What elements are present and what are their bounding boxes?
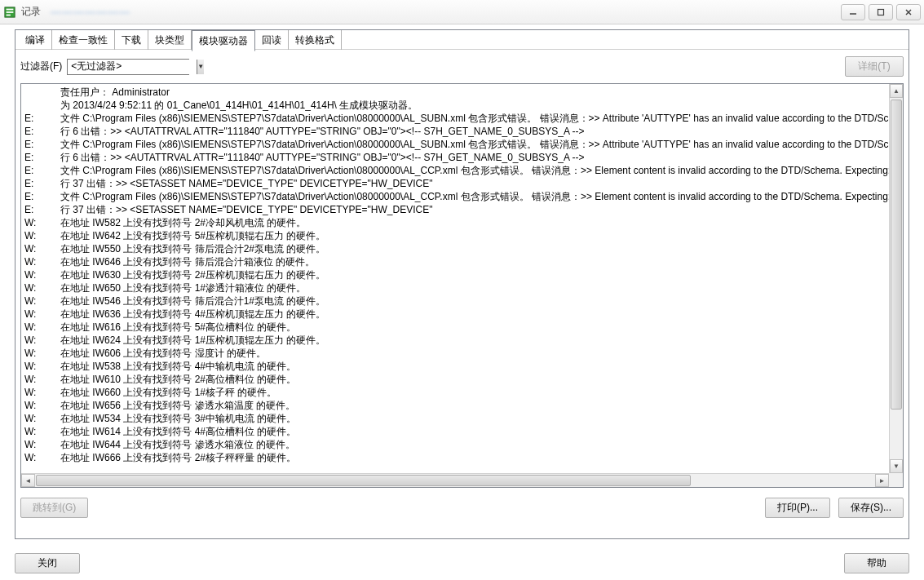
- tab-6[interactable]: 转换格式: [289, 30, 342, 50]
- window: 记录 ——————— 编译检查一致性下载块类型模块驱动器回读转换格式 过滤器(F…: [0, 0, 924, 580]
- log-prefix: W:: [24, 255, 60, 268]
- log-text: 文件 C:\Program Files (x86)\SIEMENS\STEP7\…: [60, 190, 889, 203]
- log-area: 责任用户： Administrator为 2013/4/24 9:52:11 的…: [20, 83, 904, 488]
- log-text: 在地址 IW550 上没有找到符号 筛后混合汁2#泵电流 的硬件。: [60, 242, 886, 255]
- log-text: 在地址 IW624 上没有找到符号 1#压榨机顶辊左压力 的硬件。: [60, 334, 886, 347]
- log-prefix: W:: [24, 438, 60, 451]
- filter-combo[interactable]: ▼: [67, 59, 189, 75]
- log-line[interactable]: E: 行 6 出错：>> <AUTATTRVAL ATTR="111840" A…: [24, 151, 886, 164]
- filter-row: 过滤器(F) ▼ 详细(T): [15, 50, 909, 83]
- log-prefix: W:: [24, 294, 60, 308]
- log-prefix: [24, 99, 60, 112]
- filter-dropdown-button[interactable]: ▼: [197, 60, 204, 74]
- hscroll-thumb[interactable]: [36, 475, 691, 486]
- log-line[interactable]: W: 在地址 IW656 上没有找到符号 渗透水箱温度 的硬件。: [24, 399, 886, 412]
- log-line[interactable]: E: 行 37 出错：>> <SETASSET NAME="DEVICE_TYP…: [24, 203, 886, 216]
- log-line[interactable]: W: 在地址 IW546 上没有找到符号 筛后混合汁1#泵电流 的硬件。: [24, 294, 886, 308]
- log-prefix: W:: [24, 321, 60, 334]
- log-line[interactable]: W: 在地址 IW582 上没有找到符号 2#冷却风机电流 的硬件。: [24, 216, 886, 229]
- log-text: 在地址 IW636 上没有找到符号 4#压榨机顶辊左压力 的硬件。: [60, 308, 886, 321]
- log-line[interactable]: E: 行 6 出错：>> <AUTATTRVAL ATTR="111840" A…: [24, 125, 886, 138]
- tab-2[interactable]: 下载: [115, 30, 148, 50]
- details-button[interactable]: 详细(T): [845, 56, 904, 77]
- log-line[interactable]: 为 2013/4/24 9:52:11 的 01_Cane\01_414H\01…: [24, 99, 886, 112]
- log-line[interactable]: W: 在地址 IW644 上没有找到符号 渗透水箱液位 的硬件。: [24, 438, 886, 451]
- jump-button[interactable]: 跳转到(G): [20, 498, 88, 518]
- print-button[interactable]: 打印(P)...: [765, 498, 830, 518]
- log-prefix: W:: [24, 386, 60, 399]
- close-button[interactable]: [896, 4, 921, 20]
- log-body[interactable]: 责任用户： Administrator为 2013/4/24 9:52:11 的…: [21, 84, 889, 473]
- log-text: 行 37 出错：>> <SETASSET NAME="DEVICE_TYPE" …: [60, 203, 886, 216]
- log-line[interactable]: W: 在地址 IW538 上没有找到符号 4#中输机电流 的硬件。: [24, 360, 886, 373]
- log-prefix: E:: [24, 125, 60, 138]
- log-line[interactable]: W: 在地址 IW650 上没有找到符号 1#渗透汁箱液位 的硬件。: [24, 281, 886, 294]
- tab-3[interactable]: 块类型: [148, 30, 192, 50]
- minimize-button[interactable]: [841, 4, 865, 20]
- log-text: 行 6 出错：>> <AUTATTRVAL ATTR="111840" AUTT…: [60, 125, 886, 138]
- log-prefix: W:: [24, 412, 60, 425]
- hscroll-track[interactable]: [35, 474, 875, 487]
- log-prefix: W:: [24, 399, 60, 412]
- log-prefix: W:: [24, 242, 60, 255]
- log-line[interactable]: 责任用户： Administrator: [24, 86, 886, 99]
- scroll-right-arrow[interactable]: ►: [875, 474, 889, 487]
- help-button[interactable]: 帮助: [844, 553, 909, 573]
- log-prefix: W:: [24, 360, 60, 373]
- tab-5[interactable]: 回读: [255, 30, 289, 50]
- action-row: 跳转到(G) 打印(P)... 保存(S)...: [15, 493, 909, 523]
- log-line[interactable]: W: 在地址 IW642 上没有找到符号 5#压榨机顶辊右压力 的硬件。: [24, 229, 886, 242]
- log-line[interactable]: W: 在地址 IW636 上没有找到符号 4#压榨机顶辊左压力 的硬件。: [24, 308, 886, 321]
- log-prefix: E:: [24, 112, 60, 125]
- log-line[interactable]: W: 在地址 IW550 上没有找到符号 筛后混合汁2#泵电流 的硬件。: [24, 242, 886, 255]
- window-title: 记录: [21, 5, 41, 19]
- scroll-left-arrow[interactable]: ◄: [21, 474, 35, 487]
- horizontal-scrollbar[interactable]: ◄ ►: [21, 473, 889, 487]
- log-line[interactable]: E: 文件 C:\Program Files (x86)\SIEMENS\STE…: [24, 190, 886, 203]
- tab-0[interactable]: 编译: [19, 30, 52, 50]
- log-prefix: W:: [24, 229, 60, 242]
- log-text: 在地址 IW616 上没有找到符号 5#高位槽料位 的硬件。: [60, 321, 886, 334]
- log-line[interactable]: W: 在地址 IW630 上没有找到符号 2#压榨机顶辊右压力 的硬件。: [24, 268, 886, 281]
- log-line[interactable]: E: 文件 C:\Program Files (x86)\SIEMENS\STE…: [24, 112, 886, 125]
- log-text: 在地址 IW546 上没有找到符号 筛后混合汁1#泵电流 的硬件。: [60, 294, 886, 308]
- tab-1[interactable]: 检查一致性: [52, 30, 115, 50]
- log-line[interactable]: W: 在地址 IW534 上没有找到符号 3#中输机电流 的硬件。: [24, 412, 886, 425]
- maximize-button[interactable]: [869, 4, 893, 20]
- log-line[interactable]: W: 在地址 IW646 上没有找到符号 筛后混合汁箱液位 的硬件。: [24, 255, 886, 268]
- log-text: 在地址 IW646 上没有找到符号 筛后混合汁箱液位 的硬件。: [60, 255, 886, 268]
- log-line[interactable]: W: 在地址 IW616 上没有找到符号 5#高位槽料位 的硬件。: [24, 321, 886, 334]
- log-text: 在地址 IW650 上没有找到符号 1#渗透汁箱液位 的硬件。: [60, 281, 886, 294]
- titlebar: 记录 ———————: [0, 0, 924, 24]
- log-text: 在地址 IW534 上没有找到符号 3#中输机电流 的硬件。: [60, 412, 886, 425]
- log-line[interactable]: W: 在地址 IW606 上没有找到符号 湿度计 的硬件。: [24, 347, 886, 360]
- log-line[interactable]: E: 文件 C:\Program Files (x86)\SIEMENS\STE…: [24, 138, 886, 151]
- log-line[interactable]: E: 文件 C:\Program Files (x86)\SIEMENS\STE…: [24, 164, 886, 177]
- log-line[interactable]: W: 在地址 IW610 上没有找到符号 2#高位槽料位 的硬件。: [24, 373, 886, 386]
- app-icon: [3, 6, 16, 19]
- log-text: 在地址 IW666 上没有找到符号 2#核子秤秤量 的硬件。: [60, 451, 886, 464]
- vscroll-thumb[interactable]: [891, 100, 902, 410]
- log-text: 文件 C:\Program Files (x86)\SIEMENS\STEP7\…: [60, 112, 889, 125]
- vertical-scrollbar[interactable]: ▲ ▼: [889, 84, 903, 473]
- log-line[interactable]: W: 在地址 IW624 上没有找到符号 1#压榨机顶辊左压力 的硬件。: [24, 334, 886, 347]
- scroll-down-arrow[interactable]: ▼: [890, 459, 903, 473]
- log-line[interactable]: W: 在地址 IW666 上没有找到符号 2#核子秤秤量 的硬件。: [24, 451, 886, 464]
- log-line[interactable]: W: 在地址 IW660 上没有找到符号 1#核子秤 的硬件。: [24, 386, 886, 399]
- log-text: 在地址 IW656 上没有找到符号 渗透水箱温度 的硬件。: [60, 399, 886, 412]
- scroll-up-arrow[interactable]: ▲: [890, 84, 903, 98]
- log-text: 文件 C:\Program Files (x86)\SIEMENS\STEP7\…: [60, 138, 889, 151]
- footer: 关闭 帮助: [15, 553, 909, 573]
- log-line[interactable]: W: 在地址 IW614 上没有找到符号 4#高位槽料位 的硬件。: [24, 425, 886, 438]
- close-window-button[interactable]: 关闭: [15, 553, 80, 573]
- log-text: 为 2013/4/24 9:52:11 的 01_Cane\01_414H\01…: [60, 99, 886, 112]
- save-button[interactable]: 保存(S)...: [838, 498, 904, 518]
- log-prefix: W:: [24, 281, 60, 294]
- filter-input[interactable]: [68, 60, 197, 74]
- log-prefix: E:: [24, 190, 60, 203]
- log-line[interactable]: E: 行 37 出错：>> <SETASSET NAME="DEVICE_TYP…: [24, 177, 886, 190]
- tab-4[interactable]: 模块驱动器: [192, 30, 255, 51]
- title-blur: ———————: [51, 6, 130, 18]
- log-text: 行 6 出错：>> <AUTATTRVAL ATTR="111840" AUTT…: [60, 151, 886, 164]
- log-prefix: W:: [24, 216, 60, 229]
